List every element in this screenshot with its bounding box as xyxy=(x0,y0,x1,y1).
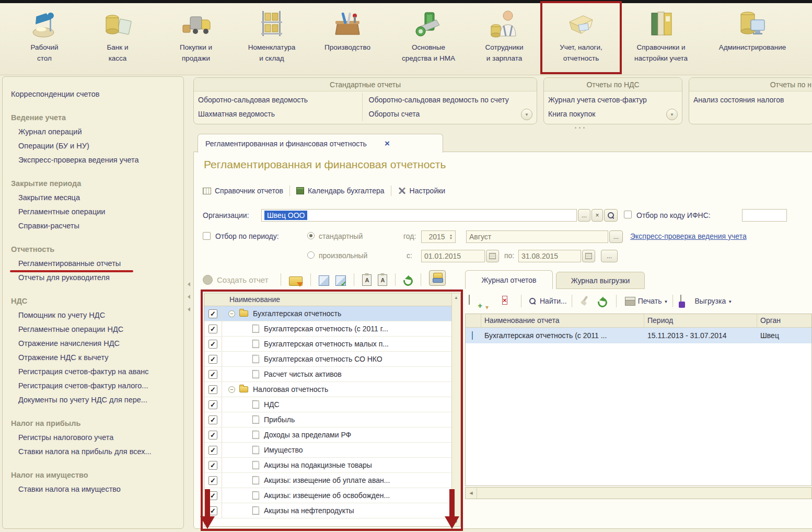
organization-input[interactable]: Швец ООО xyxy=(261,209,577,222)
tree-row[interactable]: ✓ − Доходы за пределами РФ xyxy=(204,427,460,443)
section-bank-cash[interactable]: Банк и касса xyxy=(78,3,157,75)
date-from-input[interactable]: 01.01.2015 xyxy=(421,250,485,262)
report-link[interactable]: Журнал учета счетов-фактур xyxy=(548,93,678,107)
sidebar-item[interactable]: Отчеты для руководителя xyxy=(3,271,183,285)
date-to-input[interactable]: 31.08.2015 xyxy=(518,250,581,262)
report-link[interactable]: Шахматная ведомость xyxy=(198,107,362,121)
tree-row[interactable]: ✓ − Акцизы: извещение об уплате аван... xyxy=(204,473,460,488)
print-icon[interactable] xyxy=(624,295,635,307)
tree-row[interactable]: ✓ − Бухгалтерская отчетность (с 2011 г..… xyxy=(204,321,460,337)
scroll-up-icon[interactable]: ▲ xyxy=(454,295,458,300)
create-report-button[interactable]: Создать отчет xyxy=(217,275,269,284)
section-directories-settings[interactable]: Справочники и настройки учета xyxy=(624,3,698,75)
checked-checkbox[interactable]: ✓ xyxy=(208,309,217,318)
ifns-filter-checkbox[interactable] xyxy=(624,211,632,218)
sidebar-item[interactable]: Регламентные операции xyxy=(3,205,183,219)
export-icon[interactable] xyxy=(680,295,692,307)
refresh-icon[interactable] xyxy=(401,275,414,288)
sidebar-item[interactable]: Журнал операций xyxy=(3,125,183,139)
check-unload-icon[interactable] xyxy=(378,274,387,286)
month-more-button[interactable]: ... xyxy=(609,230,623,243)
sidebar-item[interactable]: Отражение начисления НДС xyxy=(3,337,183,351)
panel-resize-dots[interactable] xyxy=(575,127,585,129)
report-link[interactable]: Оборотно-сальдовая ведомость xyxy=(198,93,362,107)
tree-row[interactable]: ✓ − Имущество xyxy=(204,443,460,458)
report-link[interactable]: Обороты счета xyxy=(369,107,533,121)
checked-checkbox[interactable]: ✓ xyxy=(208,340,217,349)
section-nomenclature-warehouse[interactable]: Номенклатура и склад xyxy=(235,3,308,75)
date-to-calendar-button[interactable] xyxy=(582,250,595,262)
checked-checkbox[interactable]: ✓ xyxy=(208,325,217,333)
tab-export-journal[interactable]: Журнал выгрузки xyxy=(556,272,645,289)
sidebar-item[interactable]: Регламентированные отчеты xyxy=(3,257,183,271)
section-desktop[interactable]: Рабочий стол xyxy=(10,3,78,75)
column-header[interactable]: Орган xyxy=(757,314,811,327)
section-production[interactable]: Производство xyxy=(308,3,387,75)
standard-period-radio[interactable] xyxy=(307,232,315,239)
report-link[interactable]: Книга покупок xyxy=(548,107,678,121)
chevron-down-icon[interactable]: ▼ xyxy=(521,109,532,120)
tree-row[interactable]: ✓ − Акцизы на нефтепродукты xyxy=(204,503,460,518)
sidebar-item[interactable]: Закрытие периода xyxy=(3,177,183,191)
section-administration[interactable]: Администрирование xyxy=(698,3,807,75)
find-button[interactable]: Найти... xyxy=(540,297,567,305)
sidebar-item[interactable]: Регистры налогового учета xyxy=(3,431,183,445)
sidebar-item[interactable]: Операции (БУ и НУ) xyxy=(3,139,183,153)
refresh-icon[interactable] xyxy=(596,296,609,309)
sidebar-item[interactable]: Налог на прибыль xyxy=(3,417,183,431)
sidebar-item[interactable]: Справки-расчеты xyxy=(3,219,183,233)
section-employees-payroll[interactable]: Сотрудники и зарплата xyxy=(470,3,538,75)
checked-checkbox[interactable]: ✓ xyxy=(208,415,217,424)
sidebar-splitter[interactable] xyxy=(185,282,192,322)
date-from-calendar-button[interactable] xyxy=(486,250,499,262)
month-input[interactable]: Август xyxy=(466,230,608,243)
load-report-icon[interactable] xyxy=(289,276,303,286)
sidebar-item[interactable]: Ставки налога на прибыль для всех... xyxy=(3,445,183,459)
check-upload-icon[interactable] xyxy=(362,274,372,286)
clear-filter-icon[interactable] xyxy=(579,295,591,307)
checked-checkbox[interactable]: ✓ xyxy=(208,506,217,515)
organization-search-button[interactable] xyxy=(604,209,618,222)
checked-checkbox[interactable]: ✓ xyxy=(208,476,217,485)
sidebar-item[interactable]: Документы по учету НДС для пере... xyxy=(3,393,183,407)
sidebar-item[interactable]: Закрытие месяца xyxy=(3,191,183,205)
period-more-button[interactable]: ... xyxy=(601,250,618,262)
tree-header[interactable]: Наименование xyxy=(204,293,460,306)
tree-row[interactable]: ✓ − Бухгалтерская отчетность xyxy=(204,306,460,321)
spinner-icon[interactable]: ▲▼ xyxy=(449,234,453,240)
print-button[interactable]: Печать xyxy=(638,297,662,305)
journal-horizontal-scrollbar[interactable]: ◀ xyxy=(465,487,812,499)
tree-row[interactable]: ✓ − Прибыль xyxy=(204,412,460,427)
accountant-calendar-button[interactable]: Календарь бухгалтера xyxy=(296,187,385,195)
paste-icon[interactable] xyxy=(335,275,346,286)
journal-row[interactable]: Бухгалтерская отчетность (с 2011 ... 15.… xyxy=(466,328,811,343)
sidebar-item[interactable]: Ведение учета xyxy=(3,111,183,125)
collapse-icon[interactable]: − xyxy=(228,310,235,317)
report-link[interactable]: Анализ состояния налогов xyxy=(693,93,809,107)
tab-regulated-reporting[interactable]: Регламентированная и финансовая отчетнос… xyxy=(198,134,443,153)
sidebar-item[interactable]: Регистрация счетов-фактур на аванс xyxy=(3,365,183,379)
sidebar-item[interactable]: Помощник по учету НДС xyxy=(3,308,183,322)
year-input[interactable]: 2015 ▲▼ xyxy=(421,230,456,243)
section-fixed-assets[interactable]: Основные средства и НМА xyxy=(387,3,470,75)
period-filter-checkbox[interactable] xyxy=(203,232,211,240)
checked-checkbox[interactable]: ✓ xyxy=(208,385,217,394)
delete-icon[interactable]: × xyxy=(502,295,514,307)
checked-checkbox[interactable]: ✓ xyxy=(208,370,217,379)
export-button[interactable]: Выгрузка xyxy=(694,297,726,305)
checked-checkbox[interactable]: ✓ xyxy=(208,431,217,440)
sidebar-item[interactable]: Налог на имущество xyxy=(3,468,183,482)
sidebar-item[interactable]: НДС xyxy=(3,294,183,308)
sidebar-item[interactable]: Корреспонденции счетов xyxy=(3,87,183,101)
collapse-icon[interactable]: − xyxy=(228,386,235,393)
ifns-code-input[interactable] xyxy=(742,209,787,222)
find-icon[interactable] xyxy=(529,295,537,307)
sidebar-item[interactable]: Регламентные операции НДС xyxy=(3,322,183,337)
organization-clear-button[interactable]: × xyxy=(591,209,603,222)
sidebar-item[interactable]: Регистрация счетов-фактур налого... xyxy=(3,379,183,393)
section-purchases-sales[interactable]: Покупки и продажи xyxy=(157,3,235,75)
close-icon[interactable]: × xyxy=(385,140,390,148)
report-directory-button[interactable]: Справочник отчетов xyxy=(203,187,283,195)
sidebar-item[interactable]: Отражение НДС к вычету xyxy=(3,351,183,365)
sidebar-item[interactable]: Отчетность xyxy=(3,242,183,257)
